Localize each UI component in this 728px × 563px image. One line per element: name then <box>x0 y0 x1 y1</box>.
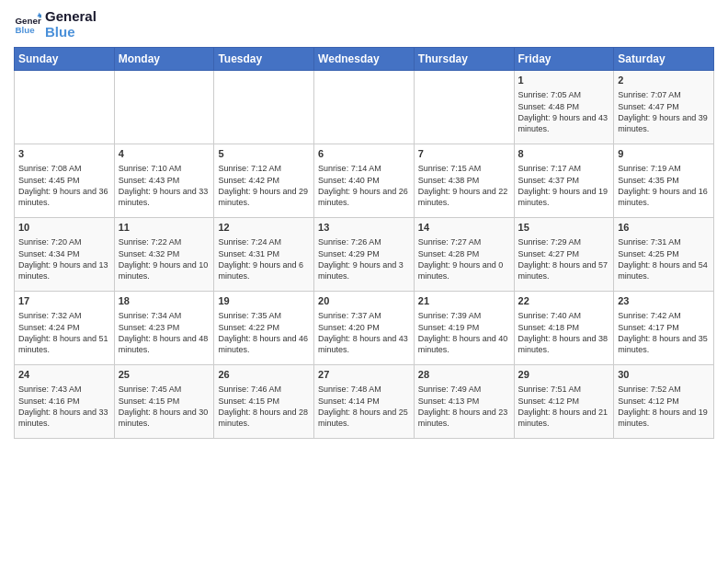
day-cell: 20Sunrise: 7:37 AM Sunset: 4:20 PM Dayli… <box>314 292 415 365</box>
day-number: 24 <box>18 368 110 382</box>
day-info: Sunrise: 7:37 AM Sunset: 4:20 PM Dayligh… <box>318 310 410 355</box>
day-cell: 9Sunrise: 7:19 AM Sunset: 4:35 PM Daylig… <box>614 144 714 218</box>
day-cell <box>15 71 115 144</box>
day-info: Sunrise: 7:15 AM Sunset: 4:38 PM Dayligh… <box>418 163 510 208</box>
day-cell: 6Sunrise: 7:14 AM Sunset: 4:40 PM Daylig… <box>314 144 415 218</box>
page: General Blue General Blue SundayMondayTu… <box>0 0 728 563</box>
day-info: Sunrise: 7:39 AM Sunset: 4:19 PM Dayligh… <box>418 310 510 355</box>
day-cell: 5Sunrise: 7:12 AM Sunset: 4:42 PM Daylig… <box>214 144 314 218</box>
weekday-header-monday: Monday <box>114 48 214 71</box>
day-info: Sunrise: 7:52 AM Sunset: 4:12 PM Dayligh… <box>618 384 710 429</box>
day-cell: 17Sunrise: 7:32 AM Sunset: 4:24 PM Dayli… <box>15 292 115 365</box>
day-cell: 30Sunrise: 7:52 AM Sunset: 4:12 PM Dayli… <box>614 365 714 439</box>
week-row-5: 24Sunrise: 7:43 AM Sunset: 4:16 PM Dayli… <box>15 365 714 439</box>
day-info: Sunrise: 7:08 AM Sunset: 4:45 PM Dayligh… <box>18 163 110 208</box>
day-number: 1 <box>518 74 610 87</box>
week-row-2: 3Sunrise: 7:08 AM Sunset: 4:45 PM Daylig… <box>15 144 714 218</box>
day-number: 22 <box>518 294 610 308</box>
day-cell: 18Sunrise: 7:34 AM Sunset: 4:23 PM Dayli… <box>114 292 214 365</box>
day-info: Sunrise: 7:35 AM Sunset: 4:22 PM Dayligh… <box>218 310 310 355</box>
day-info: Sunrise: 7:48 AM Sunset: 4:14 PM Dayligh… <box>318 384 410 429</box>
day-info: Sunrise: 7:51 AM Sunset: 4:12 PM Dayligh… <box>518 384 610 429</box>
day-cell: 16Sunrise: 7:31 AM Sunset: 4:25 PM Dayli… <box>614 218 714 292</box>
day-info: Sunrise: 7:27 AM Sunset: 4:28 PM Dayligh… <box>418 236 510 282</box>
day-cell: 13Sunrise: 7:26 AM Sunset: 4:29 PM Dayli… <box>314 218 415 292</box>
svg-text:Blue: Blue <box>16 25 36 35</box>
logo-blue: Blue <box>45 25 97 40</box>
day-cell: 8Sunrise: 7:17 AM Sunset: 4:37 PM Daylig… <box>514 144 614 218</box>
day-cell: 10Sunrise: 7:20 AM Sunset: 4:34 PM Dayli… <box>15 218 115 292</box>
day-number: 15 <box>518 221 610 235</box>
week-row-4: 17Sunrise: 7:32 AM Sunset: 4:24 PM Dayli… <box>15 292 714 365</box>
day-cell: 14Sunrise: 7:27 AM Sunset: 4:28 PM Dayli… <box>414 218 514 292</box>
calendar-table: SundayMondayTuesdayWednesdayThursdayFrid… <box>14 47 714 439</box>
day-info: Sunrise: 7:43 AM Sunset: 4:16 PM Dayligh… <box>18 384 110 429</box>
day-number: 29 <box>518 368 610 382</box>
day-cell <box>314 71 415 144</box>
day-number: 23 <box>618 294 710 308</box>
day-number: 2 <box>618 74 710 87</box>
day-cell: 28Sunrise: 7:49 AM Sunset: 4:13 PM Dayli… <box>414 365 514 439</box>
day-info: Sunrise: 7:05 AM Sunset: 4:48 PM Dayligh… <box>518 89 610 134</box>
day-number: 11 <box>119 221 210 235</box>
day-number: 9 <box>618 147 710 161</box>
day-info: Sunrise: 7:32 AM Sunset: 4:24 PM Dayligh… <box>18 310 110 355</box>
weekday-header-saturday: Saturday <box>614 48 714 71</box>
day-cell: 15Sunrise: 7:29 AM Sunset: 4:27 PM Dayli… <box>514 218 614 292</box>
day-number: 14 <box>418 221 510 235</box>
day-number: 3 <box>18 147 110 161</box>
day-number: 10 <box>18 221 110 235</box>
day-number: 16 <box>618 221 710 235</box>
day-number: 28 <box>418 368 510 382</box>
day-number: 27 <box>318 368 410 382</box>
day-cell: 11Sunrise: 7:22 AM Sunset: 4:32 PM Dayli… <box>114 218 214 292</box>
day-cell: 27Sunrise: 7:48 AM Sunset: 4:14 PM Dayli… <box>314 365 415 439</box>
day-number: 18 <box>119 294 210 308</box>
day-number: 6 <box>318 147 410 161</box>
svg-text:General: General <box>16 15 42 25</box>
day-cell: 21Sunrise: 7:39 AM Sunset: 4:19 PM Dayli… <box>414 292 514 365</box>
day-number: 17 <box>18 294 110 308</box>
day-number: 8 <box>518 147 610 161</box>
day-number: 5 <box>218 147 310 161</box>
day-number: 7 <box>418 147 510 161</box>
day-number: 13 <box>318 221 410 235</box>
day-info: Sunrise: 7:17 AM Sunset: 4:37 PM Dayligh… <box>518 163 610 208</box>
day-cell: 2Sunrise: 7:07 AM Sunset: 4:47 PM Daylig… <box>614 71 714 144</box>
day-cell: 1Sunrise: 7:05 AM Sunset: 4:48 PM Daylig… <box>514 71 614 144</box>
weekday-header-tuesday: Tuesday <box>214 48 314 71</box>
logo-icon: General Blue <box>14 11 41 39</box>
day-cell: 4Sunrise: 7:10 AM Sunset: 4:43 PM Daylig… <box>114 144 214 218</box>
header: General Blue General Blue <box>14 9 714 40</box>
day-info: Sunrise: 7:31 AM Sunset: 4:25 PM Dayligh… <box>618 236 710 282</box>
day-info: Sunrise: 7:46 AM Sunset: 4:15 PM Dayligh… <box>218 384 310 429</box>
day-cell: 23Sunrise: 7:42 AM Sunset: 4:17 PM Dayli… <box>614 292 714 365</box>
day-number: 4 <box>119 147 210 161</box>
day-cell: 24Sunrise: 7:43 AM Sunset: 4:16 PM Dayli… <box>15 365 115 439</box>
calendar-body: 1Sunrise: 7:05 AM Sunset: 4:48 PM Daylig… <box>15 71 714 439</box>
day-number: 30 <box>618 368 710 382</box>
day-number: 25 <box>119 368 210 382</box>
day-info: Sunrise: 7:49 AM Sunset: 4:13 PM Dayligh… <box>418 384 510 429</box>
day-cell: 29Sunrise: 7:51 AM Sunset: 4:12 PM Dayli… <box>514 365 614 439</box>
weekday-row: SundayMondayTuesdayWednesdayThursdayFrid… <box>15 48 714 71</box>
day-cell: 7Sunrise: 7:15 AM Sunset: 4:38 PM Daylig… <box>414 144 514 218</box>
day-info: Sunrise: 7:42 AM Sunset: 4:17 PM Dayligh… <box>618 310 710 355</box>
week-row-3: 10Sunrise: 7:20 AM Sunset: 4:34 PM Dayli… <box>15 218 714 292</box>
day-info: Sunrise: 7:22 AM Sunset: 4:32 PM Dayligh… <box>119 236 210 282</box>
day-number: 20 <box>318 294 410 308</box>
day-info: Sunrise: 7:12 AM Sunset: 4:42 PM Dayligh… <box>218 163 310 208</box>
day-info: Sunrise: 7:34 AM Sunset: 4:23 PM Dayligh… <box>119 310 210 355</box>
day-info: Sunrise: 7:10 AM Sunset: 4:43 PM Dayligh… <box>119 163 210 208</box>
week-row-1: 1Sunrise: 7:05 AM Sunset: 4:48 PM Daylig… <box>15 71 714 144</box>
weekday-header-friday: Friday <box>514 48 614 71</box>
calendar-header: SundayMondayTuesdayWednesdayThursdayFrid… <box>15 48 714 71</box>
day-info: Sunrise: 7:19 AM Sunset: 4:35 PM Dayligh… <box>618 163 710 208</box>
day-info: Sunrise: 7:45 AM Sunset: 4:15 PM Dayligh… <box>119 384 210 429</box>
day-cell <box>214 71 314 144</box>
day-cell <box>114 71 214 144</box>
day-cell: 12Sunrise: 7:24 AM Sunset: 4:31 PM Dayli… <box>214 218 314 292</box>
day-number: 19 <box>218 294 310 308</box>
day-cell <box>414 71 514 144</box>
day-info: Sunrise: 7:40 AM Sunset: 4:18 PM Dayligh… <box>518 310 610 355</box>
